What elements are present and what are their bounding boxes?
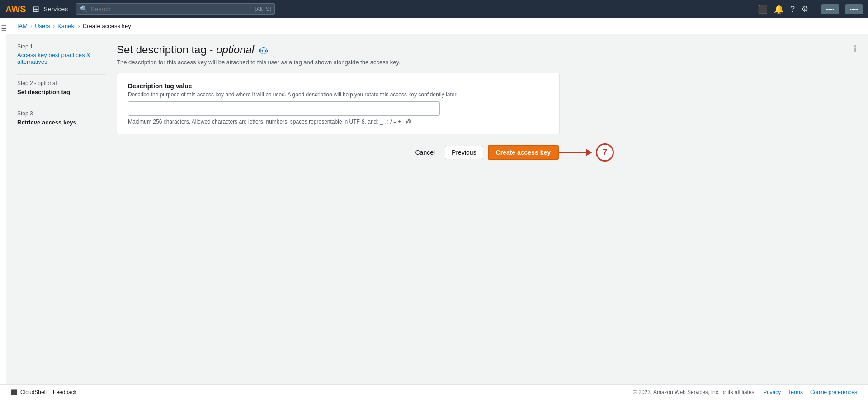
annotation: 7 [559,143,614,162]
terminal-icon: ⬛ [11,389,18,395]
step-2-label: Step 2 - optional [17,80,106,86]
step-1-link[interactable]: Access key best practices & alternatives [17,52,106,65]
cookie-link[interactable]: Cookie preferences [810,389,857,395]
step-3-label: Step 3 [17,110,106,117]
footer-left: ⬛ CloudShell Feedback [11,389,77,395]
steps-sidebar: Step 1 Access key best practices & alter… [17,43,117,375]
action-bar: Cancel Previous Create access key 7 [117,145,560,160]
gear-icon[interactable]: ⚙ [801,4,808,14]
field-desc: Describe the purpose of this access key … [128,91,548,98]
question-icon[interactable]: ? [790,5,795,14]
region-button[interactable]: ▪▪▪▪ [845,4,863,14]
page-title-optional: optional [216,43,254,56]
feedback-link[interactable]: Feedback [53,389,77,395]
breadcrumb-users[interactable]: Users [35,23,50,29]
breadcrumb-iam[interactable]: IAM [17,23,28,29]
breadcrumb-sep-3: › [78,23,80,29]
top-nav: AWS ⊞ Services 🔍 [Alt+S] ⬛ 🔔 ? ⚙ ▪▪▪▪ ▪▪… [0,0,868,18]
page-title-prefix: Set description tag - [117,43,216,56]
breadcrumb-sep-2: › [53,23,55,29]
copyright: © 2023, Amazon Web Services, Inc. or its… [633,389,756,395]
aws-logo: AWS [5,4,26,14]
grid-icon[interactable]: ⊞ [33,4,39,14]
step-2-title: Set description tag [17,89,70,95]
cancel-button[interactable]: Cancel [410,146,441,159]
create-access-key-button[interactable]: Create access key [488,145,559,160]
previous-button[interactable]: Previous [445,146,483,159]
step-1: Step 1 Access key best practices & alter… [17,43,106,65]
field-label: Description tag value [128,82,548,90]
main-container: ☰ IAM › Users › Kaneki › Create access k… [0,18,868,384]
page-subtitle: The description for this access key will… [117,59,857,66]
bell-icon[interactable]: 🔔 [774,4,784,14]
form-card: Description tag value Describe the purpo… [117,73,560,134]
step-divider-1 [17,74,106,75]
arrow-line [559,152,586,153]
breadcrumb-kaneki[interactable]: Kaneki [57,23,75,29]
footer-right: © 2023, Amazon Web Services, Inc. or its… [633,389,857,395]
sidebar: ☰ [0,18,6,384]
arrow-head [586,149,592,156]
user-menu-button[interactable]: ▪▪▪▪ [821,4,839,14]
nav-divider [815,4,815,14]
search-icon: 🔍 [80,5,88,13]
breadcrumb-sep-1: › [30,23,32,29]
breadcrumb-current: Create access key [83,23,131,29]
page-title: Set description tag - optional Info [117,43,857,56]
step-2: Step 2 - optional Set description tag [17,80,106,95]
field-hint: Maximum 256 characters. Allowed characte… [128,119,548,125]
search-bar[interactable]: 🔍 [Alt+S] [76,3,275,15]
description-input[interactable] [128,101,440,116]
nav-right: ⬛ 🔔 ? ⚙ ▪▪▪▪ ▪▪▪▪ [758,4,863,14]
step-divider-2 [17,105,106,105]
info-panel-icon[interactable]: ℹ [854,43,857,54]
annotation-badge: 7 [596,143,614,162]
step-3: Step 3 Retrieve access keys [17,110,106,126]
privacy-link[interactable]: Privacy [763,389,781,395]
footer: ⬛ CloudShell Feedback © 2023, Amazon Web… [0,384,868,400]
search-input[interactable] [90,5,251,13]
info-icon[interactable]: Info [260,47,267,54]
breadcrumb: IAM › Users › Kaneki › Create access key [6,18,868,34]
search-shortcut: [Alt+S] [255,6,271,12]
cloudshell-label[interactable]: CloudShell [20,389,47,395]
page-content: Step 1 Access key best practices & alter… [6,34,868,384]
terminal-icon[interactable]: ⬛ [758,4,768,14]
cloudshell-button[interactable]: ⬛ CloudShell [11,389,47,395]
step-3-title: Retrieve access keys [17,119,76,126]
form-area: ℹ Set description tag - optional Info Th… [117,43,857,375]
services-button[interactable]: Services [44,5,68,13]
content-area: IAM › Users › Kaneki › Create access key… [6,18,868,384]
terms-link[interactable]: Terms [788,389,803,395]
step-1-label: Step 1 [17,43,106,50]
